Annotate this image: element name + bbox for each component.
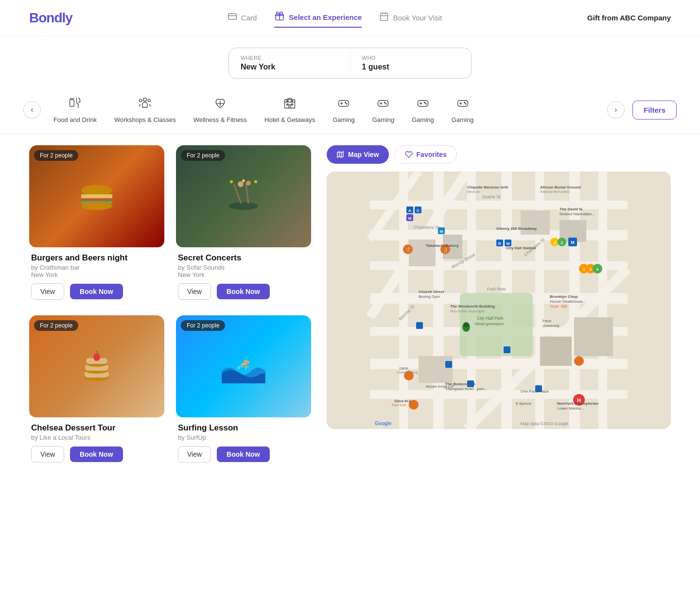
- cat-gaming-1[interactable]: Gaming: [324, 90, 364, 129]
- wellness-icon: [213, 96, 227, 113]
- view-toggle: Map View Favorites: [327, 145, 671, 164]
- card-icon: [228, 12, 237, 24]
- svg-text:NewYork-Presbyterian: NewYork-Presbyterian: [557, 401, 598, 406]
- filters-button[interactable]: Filters: [632, 101, 677, 120]
- cat-gaming-4[interactable]: Gaming: [443, 90, 483, 129]
- hotel-icon: [283, 96, 297, 113]
- svg-point-10: [143, 98, 147, 102]
- gaming-4-icon: [456, 96, 470, 113]
- card-location-burgers: New York: [31, 271, 162, 278]
- book-button-burgers[interactable]: Book Now: [70, 284, 122, 299]
- badge-dessert: For 2 people: [34, 320, 78, 331]
- tab-card[interactable]: Card: [228, 8, 257, 28]
- svg-text:Clothing Shop: Clothing Shop: [397, 371, 418, 375]
- view-button-surf[interactable]: View: [178, 446, 211, 463]
- cat-gaming-2[interactable]: Gaming: [364, 90, 403, 129]
- svg-text:Z: Z: [561, 240, 563, 245]
- view-button-dessert[interactable]: View: [31, 446, 64, 463]
- svg-rect-88: [540, 337, 572, 366]
- who-field[interactable]: Who 1 guest: [350, 48, 472, 78]
- svg-point-42: [81, 202, 112, 210]
- cat-gaming-3-label: Gaming: [412, 116, 434, 123]
- svg-text:Map data ©2023 Google: Map data ©2023 Google: [521, 421, 568, 426]
- svg-text:Dinkins Manhattan...: Dinkins Manhattan...: [560, 212, 595, 216]
- svg-text:Park Row: Park Row: [487, 287, 506, 292]
- svg-point-12: [148, 99, 150, 102]
- svg-rect-67: [370, 230, 628, 240]
- svg-text:One Pace Plaza: One Pace Plaza: [521, 389, 549, 394]
- svg-rect-40: [81, 198, 112, 201]
- gift-icon: [274, 11, 285, 24]
- cat-hotel-label: Hotel & Getaways: [264, 116, 315, 123]
- food-drink-icon: [68, 96, 82, 113]
- svg-text:Steak · $$$: Steak · $$$: [550, 305, 567, 308]
- svg-text:🍴: 🍴: [443, 247, 449, 253]
- svg-text:Chambers St: Chambers St: [414, 225, 439, 230]
- svg-rect-125: [445, 361, 452, 368]
- svg-point-27: [386, 103, 387, 104]
- svg-rect-5: [381, 13, 388, 20]
- where-value: New York: [241, 63, 338, 71]
- svg-point-57: [93, 353, 100, 361]
- cat-workshops[interactable]: Workshops & Classes: [105, 90, 185, 129]
- card-img-burgers: For 2 people: [29, 145, 164, 247]
- card-actions-dessert: View Book Now: [31, 446, 162, 463]
- svg-text:Chick-fil-A: Chick-fil-A: [394, 399, 411, 403]
- svg-text:Fast food · $: Fast food · $: [392, 403, 411, 407]
- book-button-surf[interactable]: Book Now: [217, 446, 269, 462]
- svg-text:4: 4: [583, 267, 585, 272]
- cat-prev-button[interactable]: ‹: [23, 101, 41, 119]
- cat-hotel[interactable]: Hotel & Getaways: [256, 90, 324, 129]
- cat-items: Food and Drink Workshops & Classes: [45, 90, 603, 129]
- view-button-burgers[interactable]: View: [31, 283, 64, 300]
- map-section: Map View Favorites: [327, 145, 671, 466]
- badge-concerts: For 2 people: [181, 150, 225, 161]
- listings-section: For 2 people Burgers and Beers night by …: [29, 145, 311, 466]
- card-by-burgers: by Craftsman bar: [31, 264, 162, 271]
- search-section: Where New York Who 1 guest: [0, 36, 700, 86]
- workshops-icon: [138, 96, 152, 113]
- svg-text:M: M: [440, 229, 443, 234]
- cat-gaming-2-label: Gaming: [372, 116, 395, 123]
- calendar-icon: [379, 12, 389, 24]
- card-actions-concerts: View Book Now: [178, 283, 309, 300]
- svg-text:University: University: [542, 324, 560, 328]
- svg-point-48: [230, 180, 233, 183]
- svg-text:House Steakhouse...: House Steakhouse...: [550, 299, 586, 304]
- card-img-dessert: For 2 people: [29, 315, 164, 417]
- svg-text:The Woolworth Building: The Woolworth Building: [450, 304, 495, 309]
- svg-point-47: [246, 181, 251, 186]
- svg-text:Gibney 280 Broadway: Gibney 280 Broadway: [496, 226, 537, 231]
- svg-text:🍴: 🍴: [405, 246, 411, 253]
- svg-text:Pace: Pace: [542, 319, 552, 323]
- svg-text:Boxing Gym: Boxing Gym: [419, 294, 440, 299]
- tab-book[interactable]: Book Your Visit: [379, 8, 442, 28]
- svg-rect-13: [285, 100, 295, 108]
- nav-tabs: Card Select an Experience Bo: [102, 8, 568, 28]
- tab-experience[interactable]: Select an Experience: [274, 8, 362, 28]
- cat-gaming-3[interactable]: Gaming: [403, 90, 443, 129]
- card-body-dessert: Chelsea Dessert Tour by Like a Local Tou…: [29, 417, 164, 466]
- card-location-concerts: New York: [178, 271, 309, 278]
- map-view-button[interactable]: Map View: [327, 145, 389, 164]
- svg-point-59: [244, 360, 248, 364]
- map-container[interactable]: City Hall Park Vibrant greenspace Duane …: [327, 172, 671, 429]
- favorites-button[interactable]: Favorites: [395, 145, 457, 164]
- book-button-dessert[interactable]: Book Now: [70, 446, 122, 462]
- svg-point-43: [229, 202, 258, 210]
- svg-rect-17: [292, 101, 293, 102]
- view-button-concerts[interactable]: View: [178, 283, 211, 300]
- card-title-dessert: Chelsea Dessert Tour: [31, 423, 162, 433]
- cat-food-drink[interactable]: Food and Drink: [45, 90, 105, 129]
- svg-point-37: [465, 103, 466, 104]
- svg-text:Brooklyn Chop: Brooklyn Chop: [550, 294, 578, 299]
- cat-wellness[interactable]: Wellness & Fitness: [185, 90, 256, 129]
- badge-surf: For 2 people: [181, 320, 225, 331]
- main-content: For 2 people Burgers and Beers night by …: [0, 134, 700, 478]
- svg-text:J: J: [554, 240, 556, 245]
- where-field[interactable]: Where New York: [229, 48, 350, 78]
- svg-rect-39: [81, 194, 112, 198]
- svg-point-49: [242, 179, 245, 182]
- cat-next-button[interactable]: ›: [607, 101, 625, 119]
- book-button-concerts[interactable]: Book Now: [217, 284, 269, 299]
